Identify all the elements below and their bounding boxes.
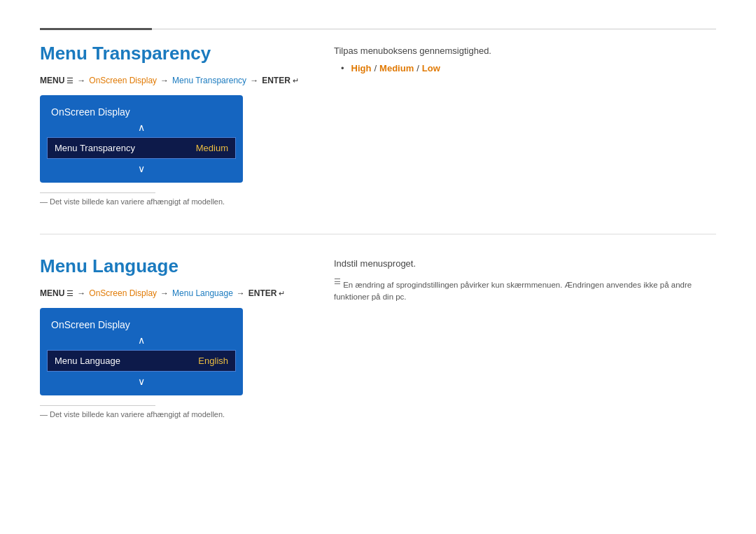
sections-divider [40,234,716,234]
section1-left: Menu Transparency MENU ☰ → OnScreen Disp… [40,43,334,206]
section1-osd-row: Menu Transparency Medium [47,137,236,159]
section2-note: ☰ En ændring af sprogindstillingen påvir… [334,276,716,303]
section2-breadcrumb-enter-icon: ↵ [279,289,285,298]
section1-bullet: • [341,63,344,73]
section1-osd-box: OnScreen Display ∧ Menu Transparency Med… [40,95,243,183]
divider-thin [152,29,716,29]
section2-breadcrumb-link2: Menu Language [172,288,233,298]
note-icon: ☰ [334,277,341,286]
section1-slash2: / [416,63,419,73]
breadcrumb-link2: Menu Transparency [172,76,246,85]
section2-osd-box: OnScreen Display ∧ Menu Language English… [40,308,243,395]
section2-two-col: Menu Language MENU ☰ → OnScreen Display … [40,255,716,419]
section2-image-note: Det viste billede kan variere afhængigt … [40,410,334,419]
section1-note-divider [40,192,155,193]
page-container: Menu Transparency MENU ☰ → OnScreen Disp… [0,0,756,475]
section1-opt-medium: Medium [379,63,414,73]
section2-right: Indstil menusproget. ☰ En ændring af spr… [334,255,716,419]
breadcrumb-menu: MENU [40,76,64,85]
section2-breadcrumb-menu: MENU [40,288,64,298]
section-menu-transparency: Menu Transparency MENU ☰ → OnScreen Disp… [40,43,716,206]
section-menu-language: Menu Language MENU ☰ → OnScreen Display … [40,255,716,419]
section2-note-text: En ændring af sprogindstillingen påvirke… [334,281,692,301]
section2-title: Menu Language [40,255,334,277]
breadcrumb-arrow3: → [250,76,258,85]
top-divider [40,28,716,30]
section2-row-value: English [198,356,228,366]
section1-slash1: / [374,63,377,73]
section2-note-divider [40,405,155,406]
breadcrumb-arrow1: → [77,76,85,85]
section2-up-arrow: ∧ [40,333,243,350]
section2-osd-row: Menu Language English [47,350,236,372]
section1-opt-high: High [351,63,372,73]
section1-opt-low: Low [422,63,440,73]
breadcrumb-enter-icon: ↵ [293,76,299,85]
breadcrumb-enter: ENTER [262,76,290,85]
section2-osd-title: OnScreen Display [40,315,243,333]
breadcrumb-arrow2: → [160,76,169,85]
section2-breadcrumb-menu-icon: ☰ [66,289,74,298]
section2-left: Menu Language MENU ☰ → OnScreen Display … [40,255,334,419]
section1-breadcrumb: MENU ☰ → OnScreen Display → Menu Transpa… [40,76,334,85]
section1-row-label: Menu Transparency [55,143,135,153]
section1-osd-title: OnScreen Display [40,102,243,120]
section2-breadcrumb-arrow1: → [77,288,85,298]
section1-up-arrow: ∧ [40,120,243,137]
divider-thick [40,28,152,30]
breadcrumb-link1: OnScreen Display [89,76,157,85]
breadcrumb-menu-icon: ☰ [66,76,74,85]
section2-description: Indstil menusproget. [334,258,716,269]
section2-row-label: Menu Language [55,356,120,366]
section1-row-value: Medium [196,143,228,153]
section2-breadcrumb-arrow2: → [160,288,169,298]
section1-description: Tilpas menuboksens gennemsigtighed. [334,45,716,56]
section1-options: • High / Medium / Low [341,63,716,73]
section2-breadcrumb-link1: OnScreen Display [89,288,157,298]
section2-down-arrow: ∨ [40,372,243,388]
section1-title: Menu Transparency [40,43,334,64]
section1-right: Tilpas menuboksens gennemsigtighed. • Hi… [334,43,716,206]
section1-image-note: Det viste billede kan variere afhængigt … [40,197,334,206]
section2-breadcrumb: MENU ☰ → OnScreen Display → Menu Languag… [40,288,334,298]
section1-two-col: Menu Transparency MENU ☰ → OnScreen Disp… [40,43,716,206]
section2-breadcrumb-enter: ENTER [248,288,277,298]
section1-down-arrow: ∨ [40,159,243,176]
section2-breadcrumb-arrow3: → [237,288,245,298]
